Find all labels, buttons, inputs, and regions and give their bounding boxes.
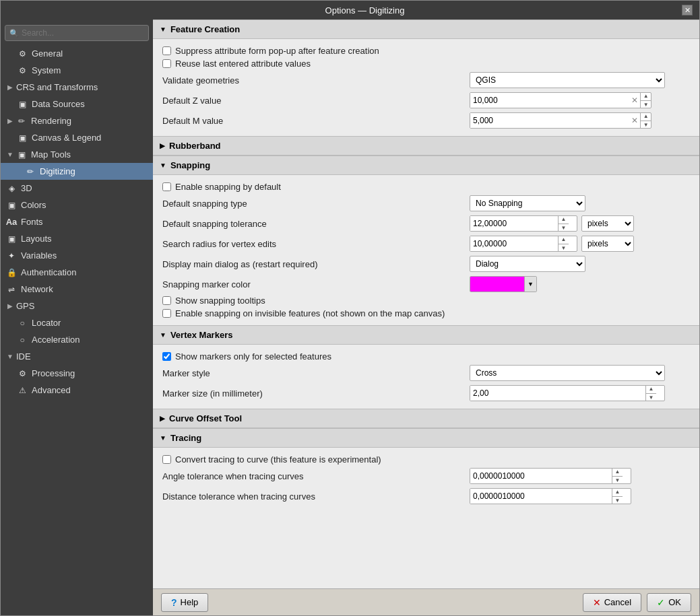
help-button[interactable]: ? Help xyxy=(161,593,208,612)
marker-size-down[interactable]: ▼ xyxy=(646,394,656,402)
sidebar-item-digitizing[interactable]: ✏ Digitizing xyxy=(1,163,153,180)
sidebar-item-locator[interactable]: ○ Locator xyxy=(1,314,153,331)
search-radius-down[interactable]: ▼ xyxy=(559,244,569,252)
snapping-arrow: ▼ xyxy=(160,162,166,169)
snapping-tolerance-up[interactable]: ▲ xyxy=(559,215,569,224)
curve-offset-header[interactable]: ▶ Curve Offset Tool xyxy=(153,409,699,428)
default-m-up[interactable]: ▲ xyxy=(641,112,651,121)
variables-icon: ✦ xyxy=(6,250,17,261)
sidebar-item-fonts[interactable]: Aa Fonts xyxy=(1,213,153,230)
sidebar-item-acceleration[interactable]: ○ Acceleration xyxy=(1,331,153,348)
snapping-content: Enable snapping by default Default snapp… xyxy=(153,175,699,325)
default-z-clear[interactable]: ✕ xyxy=(629,96,640,105)
snapping-color-swatch xyxy=(470,277,524,292)
suppress-checkbox[interactable] xyxy=(162,46,171,55)
default-m-input[interactable] xyxy=(470,113,629,128)
snapping-color-arrow[interactable]: ▼ xyxy=(524,277,536,292)
distance-tolerance-input[interactable] xyxy=(470,489,612,504)
sidebar-item-system[interactable]: ⚙ System xyxy=(1,62,153,79)
sidebar-item-advanced[interactable]: ⚠ Advanced xyxy=(1,382,153,399)
search-box[interactable]: 🔍 xyxy=(5,25,149,41)
search-radius-label: Search radius for vertex edits xyxy=(160,239,470,249)
snapping-tolerance-input[interactable] xyxy=(470,216,558,231)
feature-creation-header[interactable]: ▼ Feature Creation xyxy=(153,20,699,39)
rendering-icon: ✏ xyxy=(16,116,27,127)
crs-expand-arrow: ▶ xyxy=(6,83,14,92)
distance-tolerance-label: Distance tolerance when tracing curves xyxy=(160,491,470,502)
search-input[interactable] xyxy=(22,28,144,38)
validate-geometries-select[interactable]: Off QGIS GEOS xyxy=(470,72,665,88)
sidebar-item-data-sources[interactable]: ▣ Data Sources xyxy=(1,96,153,112)
distance-tolerance-down[interactable]: ▼ xyxy=(612,497,623,505)
default-z-spinbox: ✕ ▲ ▼ xyxy=(470,92,651,108)
sidebar-item-colors[interactable]: ▣ Colors xyxy=(1,197,153,213)
search-radius-up[interactable]: ▲ xyxy=(559,236,569,244)
distance-tolerance-row: Distance tolerance when tracing curves ▲… xyxy=(160,487,693,505)
acceleration-icon: ○ xyxy=(17,335,28,345)
default-z-input[interactable] xyxy=(470,93,629,108)
default-z-down[interactable]: ▼ xyxy=(641,101,651,109)
locator-icon: ○ xyxy=(17,318,28,329)
show-markers-checkbox[interactable] xyxy=(162,352,171,361)
sidebar-item-general[interactable]: ⚙ General xyxy=(1,45,153,62)
default-m-clear[interactable]: ✕ xyxy=(629,116,640,125)
angle-tolerance-input[interactable] xyxy=(470,469,612,483)
snapping-tolerance-unit[interactable]: pixels map units xyxy=(581,215,634,232)
sidebar-item-crs[interactable]: ▶ CRS and Transforms xyxy=(1,79,153,96)
titlebar: Options — Digitizing ✕ xyxy=(1,1,699,20)
display-dialog-select[interactable]: Dialog Dock xyxy=(470,256,585,272)
marker-size-input[interactable] xyxy=(470,386,645,401)
search-radius-unit[interactable]: pixels map units xyxy=(581,236,634,252)
marker-style-label: Marker style xyxy=(160,368,470,378)
distance-tolerance-up[interactable]: ▲ xyxy=(612,488,623,497)
snapping-tolerance-arrows: ▲ ▼ xyxy=(558,215,569,232)
marker-style-select[interactable]: Cross Semi-transparent circle None xyxy=(470,365,665,381)
sidebar-item-processing[interactable]: ⚙ Processing xyxy=(1,365,153,382)
rendering-arrow: ▶ xyxy=(6,117,14,125)
sidebar-item-network[interactable]: ⇌ Network xyxy=(1,281,153,298)
sidebar-item-rendering[interactable]: ▶ ✏ Rendering xyxy=(1,112,153,129)
reuse-checkbox[interactable] xyxy=(162,59,171,68)
snap-invisible-checkbox[interactable] xyxy=(162,309,171,318)
sidebar-item-map-tools[interactable]: ▼ ▣ Map Tools xyxy=(1,146,153,163)
vertex-markers-title: Vertex Markers xyxy=(170,330,233,340)
default-m-down[interactable]: ▼ xyxy=(641,121,651,129)
snapping-color-picker[interactable]: ▼ xyxy=(470,276,537,292)
rubberband-header[interactable]: ▶ Rubberband xyxy=(153,136,699,156)
help-label: Help xyxy=(181,597,199,607)
data-sources-icon: ▣ xyxy=(17,99,28,110)
marker-size-spinbox: ▲ ▼ xyxy=(470,385,665,401)
ide-arrow: ▼ xyxy=(6,353,14,361)
sidebar-item-authentication[interactable]: 🔒 Authentication xyxy=(1,264,153,281)
sidebar-item-canvas-legend[interactable]: ▣ Canvas & Legend xyxy=(1,129,153,146)
angle-tolerance-up[interactable]: ▲ xyxy=(612,468,623,477)
snapping-type-select[interactable]: No Snapping Vertex Segment xyxy=(470,195,585,211)
footer-left: ? Help xyxy=(161,593,208,612)
default-m-control: ✕ ▲ ▼ xyxy=(470,112,693,129)
show-tooltips-checkbox[interactable] xyxy=(162,296,171,305)
auth-icon: 🔒 xyxy=(6,267,17,278)
rubberband-title: Rubberband xyxy=(169,141,221,151)
cancel-button[interactable]: ✕ Cancel xyxy=(583,593,641,612)
convert-tracing-checkbox[interactable] xyxy=(162,455,171,464)
sidebar-item-ide[interactable]: ▼ IDE xyxy=(1,348,153,365)
sidebar-item-variables[interactable]: ✦ Variables xyxy=(1,247,153,264)
close-button[interactable]: ✕ xyxy=(682,5,693,15)
tracing-arrow: ▼ xyxy=(160,434,166,442)
ok-button[interactable]: ✓ OK xyxy=(647,593,691,612)
help-icon: ? xyxy=(171,597,177,608)
snapping-tolerance-down[interactable]: ▼ xyxy=(559,224,569,232)
angle-tolerance-down[interactable]: ▼ xyxy=(612,477,623,485)
marker-size-up[interactable]: ▲ xyxy=(646,385,656,394)
tracing-header[interactable]: ▼ Tracing xyxy=(153,428,699,448)
angle-tolerance-label: Angle tolerance when tracing curves xyxy=(160,471,470,481)
enable-snapping-checkbox[interactable] xyxy=(162,182,171,191)
marker-style-row: Marker style Cross Semi-transparent circ… xyxy=(160,364,693,382)
search-radius-input[interactable] xyxy=(470,236,558,251)
sidebar-item-3d[interactable]: ◈ 3D xyxy=(1,180,153,197)
vertex-markers-header[interactable]: ▼ Vertex Markers xyxy=(153,325,699,345)
default-z-up[interactable]: ▲ xyxy=(641,92,651,101)
sidebar-item-gps[interactable]: ▶ GPS xyxy=(1,298,153,314)
sidebar-item-layouts[interactable]: ▣ Layouts xyxy=(1,230,153,247)
snapping-header[interactable]: ▼ Snapping xyxy=(153,156,699,175)
